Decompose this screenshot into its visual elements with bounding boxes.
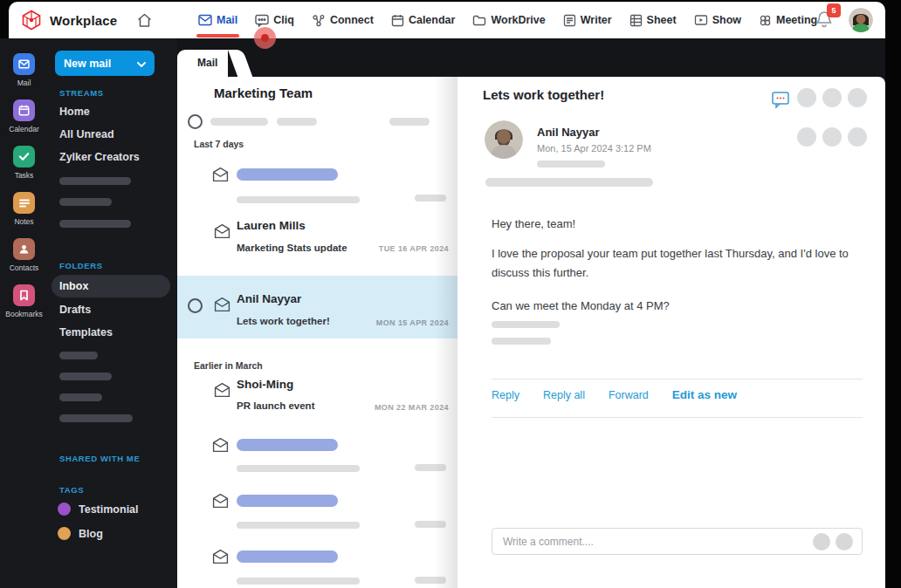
sidebar-item-inbox-selected[interactable]: Inbox (52, 275, 170, 297)
comment-action-icons (813, 533, 862, 550)
rail-label: Calendar (9, 125, 39, 133)
rail-item-tasks[interactable]: Tasks (0, 146, 48, 180)
envelope-icon (214, 382, 230, 398)
mail-date: MON 15 APR 2024 (376, 318, 449, 327)
rail-item-calendar[interactable]: Calendar (0, 99, 48, 133)
date-placeholder (415, 521, 446, 528)
comment-input[interactable] (492, 536, 813, 548)
header-placeholder-bar (485, 178, 653, 187)
comment-circle-button[interactable] (813, 533, 830, 550)
brand: Workplace (9, 9, 117, 31)
action-circle-button[interactable] (822, 127, 842, 147)
body-paragraph: Hey there, team! (492, 215, 849, 234)
sidebar-placeholder-bar (59, 177, 131, 185)
notifications-bell-icon[interactable]: 5 (815, 10, 835, 31)
nav-item-show[interactable]: Show (694, 2, 741, 38)
nav-item-workdrive[interactable]: WorkDrive (472, 2, 545, 38)
shared-section-label: SHARED WITH ME (59, 454, 140, 463)
envelope-icon (212, 493, 229, 509)
action-circle-button[interactable] (797, 127, 816, 147)
nav-item-sheet[interactable]: Sheet (629, 2, 677, 38)
new-mail-label: New mail (64, 58, 111, 70)
action-circle-button[interactable] (797, 88, 816, 107)
nav-item-meeting[interactable]: Meeting (759, 2, 817, 38)
mail-list: Marketing Team Last 7 days Lauren Mills … (177, 77, 457, 588)
sidebar-item-templates[interactable]: Templates (59, 326, 113, 338)
calendar-app-icon (13, 99, 35, 121)
signature-placeholder-bar (492, 321, 560, 328)
mail-date: MON 22 MAR 2024 (375, 403, 449, 412)
sidebar-item-home[interactable]: Home (59, 106, 90, 118)
user-avatar[interactable] (849, 8, 873, 32)
new-mail-button[interactable]: New mail (55, 51, 155, 76)
comment-circle-button[interactable] (836, 533, 853, 550)
app-nav: Mail Cliq Connect Cale (198, 2, 817, 38)
tag-item-testimonial[interactable]: Testimonial (58, 503, 139, 516)
tag-color-dot (58, 527, 71, 540)
comment-bubble-icon[interactable] (770, 89, 791, 113)
show-icon (694, 14, 708, 26)
nav-label: Meeting (776, 14, 817, 26)
action-circle-button[interactable] (848, 127, 867, 147)
bookmarks-app-icon (13, 284, 35, 306)
tasks-app-icon (13, 146, 35, 168)
date-placeholder (415, 464, 446, 471)
tag-label: Testimonial (79, 503, 139, 516)
top-bar: Workplace Mail Cliq (9, 2, 885, 38)
rail-label: Bookmarks (5, 310, 43, 318)
sent-datetime: Mon, 15 Apr 2024 3:12 PM (537, 143, 651, 154)
rail-item-mail[interactable]: Mail (0, 53, 48, 87)
select-all-checkbox[interactable] (188, 114, 203, 129)
unread-sender-placeholder (237, 439, 338, 451)
nav-item-connect[interactable]: Connect (312, 2, 374, 38)
sidebar-item-all-unread[interactable]: All Unread (59, 128, 114, 140)
group-label-earlier: Earlier in March (194, 360, 263, 371)
mail-checkbox[interactable] (188, 298, 203, 313)
envelope-icon (212, 549, 229, 564)
action-circle-button[interactable] (848, 88, 867, 107)
message-actions: Reply Reply all Forward Edit as new (492, 388, 737, 401)
mail-icon (198, 14, 212, 26)
mail-app-icon (13, 53, 35, 75)
chevron-down-icon (137, 58, 146, 70)
tags-section-label: TAGS (59, 485, 84, 495)
reply-all-link[interactable]: Reply all (543, 389, 585, 401)
body-paragraph: I love the proposal your team put togeth… (492, 244, 849, 283)
divider (492, 379, 863, 379)
rail-label: Mail (17, 79, 31, 87)
topbar-right: 5 (815, 2, 873, 38)
recipient-placeholder-bar (537, 161, 605, 168)
message-action-icons (797, 88, 867, 107)
rail-label: Tasks (15, 171, 34, 180)
mail-date: TUE 16 APR 2024 (379, 244, 449, 253)
mail-sender: Shoi-Ming (237, 378, 293, 391)
envelope-icon (214, 223, 230, 239)
subject-placeholder (237, 465, 360, 472)
calendar-icon (391, 14, 404, 27)
forward-link[interactable]: Forward (609, 389, 649, 401)
sheet-icon (629, 14, 643, 27)
home-icon[interactable] (136, 12, 153, 29)
rail-item-contacts[interactable]: Contacts (0, 238, 48, 272)
sidebar-item-drafts[interactable]: Drafts (59, 304, 91, 316)
edit-as-new-link[interactable]: Edit as new (672, 388, 737, 401)
action-circle-button[interactable] (822, 88, 842, 107)
rail-item-notes[interactable]: Notes (0, 192, 48, 226)
nav-label: WorkDrive (491, 14, 545, 26)
nav-label: Writer (581, 14, 612, 26)
sidebar-item-zylker-creators[interactable]: Zylker Creators (59, 151, 140, 163)
envelope-icon (214, 297, 230, 312)
nav-item-mail[interactable]: Mail (198, 2, 237, 38)
nav-label: Cliq (273, 14, 294, 26)
mail-list-item[interactable] (177, 372, 457, 433)
reply-link[interactable]: Reply (492, 389, 519, 401)
writer-icon (563, 14, 576, 27)
nav-item-calendar[interactable]: Calendar (391, 2, 456, 38)
mail-list-item-selected[interactable]: Anil Nayyar Lets work together! MON 15 A… (177, 276, 457, 338)
nav-item-writer[interactable]: Writer (563, 2, 612, 38)
sender-avatar (485, 120, 523, 159)
rail-item-bookmarks[interactable]: Bookmarks (0, 284, 48, 318)
tag-item-blog[interactable]: Blog (58, 527, 103, 540)
sidebar-placeholder-bar (59, 414, 133, 422)
subject-placeholder (237, 196, 360, 203)
